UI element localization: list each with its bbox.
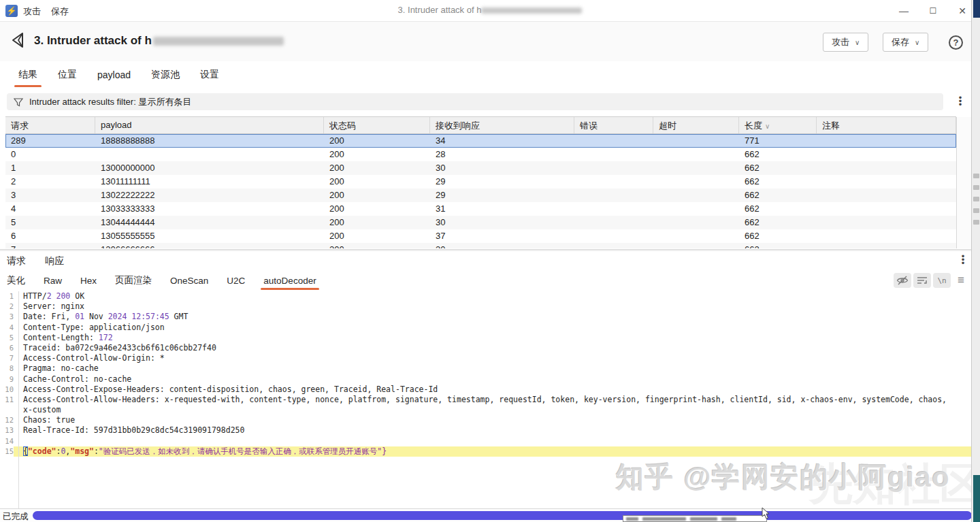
cell-错误	[574, 229, 653, 243]
table-row[interactable]: 020028662	[5, 148, 956, 161]
table-row[interactable]: 41303333333320031662	[5, 202, 956, 216]
tab-资源池[interactable]: 资源池	[151, 63, 180, 87]
column-header-超时[interactable]: 超时	[653, 117, 739, 133]
cell-长度: 662	[739, 175, 817, 189]
editor-line: 6Traceid: ba072c9a46e2433cb6f61c06cbb27f…	[0, 343, 972, 353]
help-button[interactable]: ?	[949, 35, 963, 50]
column-header-接收到响应[interactable]: 接收到响应	[430, 117, 574, 133]
cell-错误	[574, 189, 653, 202]
tab-结果[interactable]: 结果	[18, 63, 37, 87]
column-header-状态码[interactable]: 状态码	[324, 117, 430, 133]
tab-响应[interactable]: 响应	[45, 252, 64, 271]
gutter-divider	[18, 291, 19, 508]
cell-注释	[817, 202, 956, 216]
column-header-长度[interactable]: 长度∨	[739, 117, 817, 133]
cell-请求: 3	[5, 189, 95, 202]
editor-menu-button[interactable]: ≡	[953, 273, 969, 288]
table-row[interactable]: 61305555555520037662	[5, 229, 956, 243]
line-number: 4	[0, 323, 14, 333]
cell-注释	[817, 148, 956, 161]
editor-line: 9Cache-Control: no-cache	[0, 374, 972, 385]
line-number: 8	[0, 363, 14, 374]
subtab-页面渲染[interactable]: 页面渲染	[115, 271, 152, 290]
cell-状态码: 200	[324, 175, 430, 189]
line-content: Traceid: ba072c9a46e2433cb6f61c06cbb27f4…	[14, 343, 972, 353]
cell-payload: 13055555555	[95, 229, 324, 243]
column-header-请求[interactable]: 请求	[5, 117, 95, 133]
show-newlines-button[interactable]: \n	[933, 273, 951, 288]
filter-menu-dots[interactable]: •••	[956, 96, 965, 106]
cell-接收到响应: 31	[430, 202, 574, 216]
subtab-美化[interactable]: 美化	[7, 271, 25, 290]
menu-save[interactable]: 保存	[51, 5, 69, 18]
table-row[interactable]: 71306666666620030662	[5, 243, 956, 248]
cell-长度: 771	[739, 134, 817, 148]
editor-line: 11Access-Control-Allow-Headers: x-reques…	[0, 395, 972, 405]
back-arrow-icon[interactable]	[10, 31, 26, 49]
subtab-Raw[interactable]: Raw	[44, 272, 62, 289]
line-number: 15	[0, 446, 14, 457]
save-dropdown-button[interactable]: 保存∨	[883, 33, 928, 52]
table-row[interactable]: 51304444444420030662	[5, 216, 956, 229]
line-number: 12	[0, 415, 14, 425]
subtab-autoDecoder[interactable]: autoDecoder	[263, 272, 316, 289]
cell-状态码: 200	[324, 134, 430, 148]
subtab-Hex[interactable]: Hex	[80, 272, 97, 289]
panel-splitter[interactable]	[0, 249, 972, 251]
editor-line: 3Date: Fri, 01 Nov 2024 12:57:45 GMT	[0, 312, 972, 322]
tab-请求[interactable]: 请求	[7, 252, 26, 271]
table-row[interactable]: 21301111111120029662	[5, 175, 956, 189]
hide-nonprinting-button[interactable]	[894, 273, 911, 288]
minimize-button[interactable]: —	[897, 4, 911, 18]
cell-超时	[653, 243, 739, 248]
background-fragment	[973, 475, 980, 522]
line-content: Access-Control-Allow-Headers: x-requeste…	[14, 395, 972, 405]
table-row[interactable]: 11300000000020030662	[5, 161, 956, 175]
column-header-payload[interactable]: payload	[95, 117, 324, 133]
tab-位置[interactable]: 位置	[58, 63, 77, 87]
text-cursor: {	[23, 446, 28, 456]
panel-menu-dots[interactable]: •••	[958, 255, 968, 265]
line-number: 7	[0, 353, 14, 363]
cell-长度: 662	[739, 161, 817, 175]
status-bar: 已完成	[0, 508, 972, 522]
tab-payload[interactable]: payload	[97, 63, 131, 86]
cell-状态码: 200	[324, 189, 430, 202]
results-table-body: 2891888888888820034771020028662113000000…	[5, 134, 956, 248]
line-number: 2	[0, 301, 14, 312]
zhihu-watermark: 知乎 @学网安的小阿giao	[616, 459, 951, 496]
cell-错误	[574, 134, 653, 148]
results-table: 请求payload状态码接收到响应错误超时长度∨注释 2891888888888…	[5, 116, 956, 248]
subtab-OneScan[interactable]: OneScan	[170, 272, 208, 289]
results-filter-bar[interactable]: Intruder attack results filter: 显示所有条目	[7, 93, 943, 110]
cell-payload: 18888888888	[95, 134, 324, 148]
cell-长度: 662	[739, 243, 817, 248]
editor-line: 4Content-Type: application/json	[0, 323, 972, 333]
results-table-header: 请求payload状态码接收到响应错误超时长度∨注释	[5, 117, 956, 134]
cell-错误	[574, 216, 653, 229]
table-row[interactable]: 31302222222220029662	[5, 189, 956, 202]
close-button[interactable]: ✕	[956, 4, 969, 18]
maximize-button[interactable]: ☐	[926, 4, 940, 18]
cell-注释	[817, 175, 956, 189]
line-number: 5	[0, 333, 14, 343]
cell-注释	[817, 229, 956, 243]
cell-错误	[574, 243, 653, 248]
attack-dropdown-button[interactable]: 攻击∨	[823, 33, 868, 52]
menu-attack[interactable]: 攻击	[23, 5, 41, 18]
cell-接收到响应: 29	[430, 189, 574, 202]
wrap-lines-button[interactable]	[913, 273, 931, 288]
tab-设置[interactable]: 设置	[200, 63, 219, 87]
subtab-U2C[interactable]: U2C	[227, 272, 245, 289]
table-row[interactable]: 2891888888888820034771	[5, 134, 956, 148]
cell-状态码: 200	[324, 243, 430, 248]
table-scrollbar[interactable]	[956, 117, 971, 248]
cell-接收到响应: 30	[430, 216, 574, 229]
main-tab-bar: 结果位置payload资源池设置	[0, 61, 972, 88]
column-header-错误[interactable]: 错误	[574, 117, 653, 133]
column-header-注释[interactable]: 注释	[817, 117, 956, 133]
sort-descending-icon: ∨	[765, 123, 770, 130]
cell-接收到响应: 34	[430, 134, 574, 148]
editor-line: 8Pragma: no-cache	[0, 363, 972, 374]
message-tab-bar: 请求响应	[0, 252, 972, 271]
